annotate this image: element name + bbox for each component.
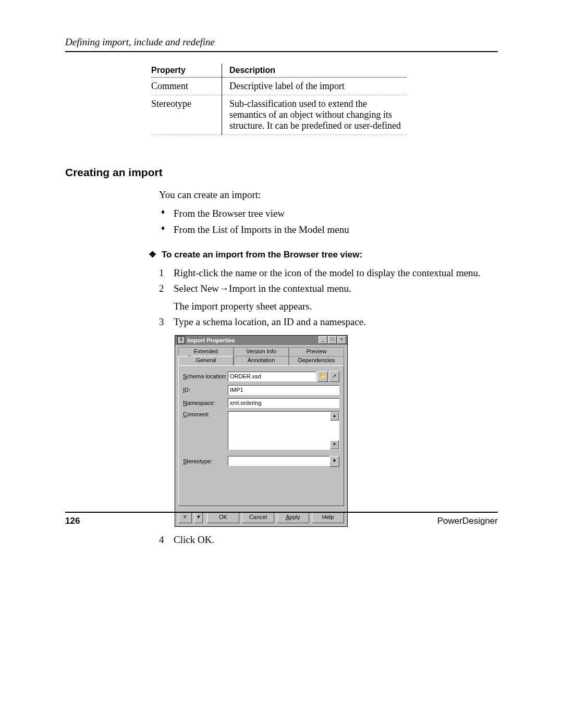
comment-textarea[interactable]: ▲ ▼ — [228, 411, 339, 450]
step: 3 Type a schema location, an ID and a na… — [159, 316, 498, 328]
th-property: Property — [151, 64, 222, 78]
step-text: Right-click the name or the icon of the … — [174, 267, 498, 279]
scroll-down-button[interactable]: ▼ — [330, 440, 339, 449]
step: 4 Click OK. — [159, 534, 498, 546]
dialog-title: Import Properties — [187, 337, 235, 343]
namespace-input[interactable]: xml.ordering — [228, 398, 339, 408]
section-heading: Creating an import — [65, 166, 498, 179]
app-icon: § — [177, 336, 185, 344]
page-number: 126 — [65, 516, 80, 526]
step: 1 Right-click the name or the icon of th… — [159, 267, 498, 279]
step-number: 4 — [159, 534, 174, 546]
tab-annotation[interactable]: Annotation — [234, 356, 289, 365]
stereotype-label: Stereotype: — [183, 458, 228, 464]
cell-desc: Sub-classification used to extend the se… — [222, 95, 407, 135]
tab-extended-dependencies[interactable]: Extended Dependencies — [178, 347, 234, 356]
step-number: 2 — [159, 283, 174, 312]
step-result: The import property sheet appears. — [174, 301, 498, 312]
bullet-list: From the Browser tree view From the List… — [159, 207, 498, 237]
procedure-heading: To create an import from the Browser tre… — [149, 249, 498, 260]
tab-panel-general: Schema location: ORDER.xsd 📂 ↗ ID: IMP1 … — [178, 365, 344, 506]
cell-prop: Stereotype — [151, 95, 222, 135]
step-text: Select New→Import in the contextual menu… — [174, 283, 351, 294]
list-item: From the List of Imports in the Model me… — [159, 223, 498, 237]
stereotype-dropdown-button[interactable]: ▼ — [329, 456, 339, 467]
import-properties-dialog: § Import Properties _ □ × Extended Depen… — [175, 335, 348, 527]
cell-prop: Comment — [151, 78, 222, 95]
namespace-label: Namespace: — [183, 400, 228, 406]
maximize-button[interactable]: □ — [328, 336, 337, 344]
table-row: Stereotype Sub-classification used to ex… — [151, 95, 407, 135]
running-header: Defining import, include and redefine — [65, 36, 498, 52]
th-description: Description — [222, 64, 407, 78]
property-table: Property Description Comment Descriptive… — [151, 64, 407, 135]
open-file-button[interactable]: 📂 — [317, 371, 328, 382]
scroll-up-button[interactable]: ▲ — [330, 412, 339, 421]
schema-location-input[interactable]: ORDER.xsd — [228, 372, 316, 381]
id-input[interactable]: IMP1 — [228, 385, 339, 395]
stereotype-input[interactable] — [228, 456, 329, 466]
step-number: 3 — [159, 316, 174, 328]
intro-text: You can create an import: — [159, 188, 498, 202]
page-footer: 126 PowerDesigner — [65, 512, 498, 526]
close-button[interactable]: × — [337, 336, 346, 344]
tab-general[interactable]: General — [178, 356, 234, 365]
step-number: 1 — [159, 267, 174, 279]
id-label: ID: — [183, 387, 228, 393]
list-item: From the Browser tree view — [159, 207, 498, 220]
step: 2 Select New→Import in the contextual me… — [159, 283, 498, 312]
step-text: Type a schema location, an ID and a name… — [174, 316, 498, 328]
table-row: Comment Descriptive label of the import — [151, 78, 407, 95]
comment-label: Comment: — [183, 411, 228, 417]
tab-preview[interactable]: Preview — [289, 347, 344, 356]
schema-location-label: Schema location: — [183, 373, 228, 379]
tab-dependencies[interactable]: Dependencies — [289, 356, 344, 365]
dialog-titlebar[interactable]: § Import Properties _ □ × — [175, 336, 347, 345]
tab-version-info[interactable]: Version Info — [234, 347, 289, 356]
browse-button[interactable]: ↗ — [329, 371, 339, 382]
cell-desc: Descriptive label of the import — [222, 78, 407, 95]
minimize-button[interactable]: _ — [319, 336, 327, 344]
product-name: PowerDesigner — [437, 516, 498, 526]
step-text: Click OK. — [174, 534, 498, 546]
